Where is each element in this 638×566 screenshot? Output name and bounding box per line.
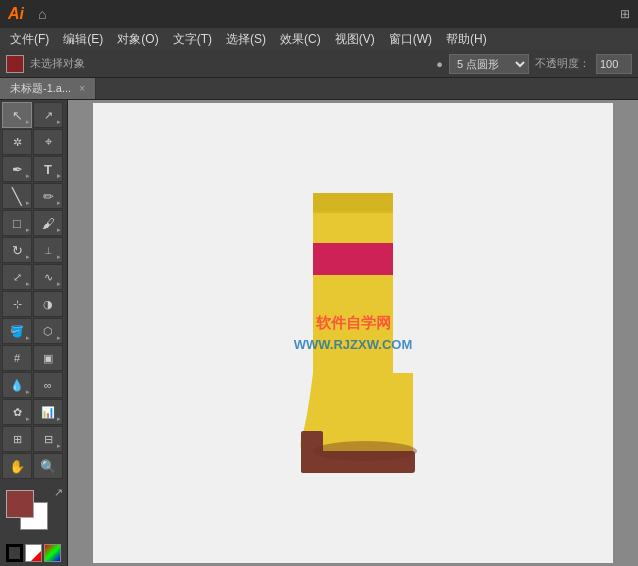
svg-rect-1 — [313, 193, 393, 211]
swap-colors-icon[interactable]: ↗ — [54, 486, 63, 499]
options-bar: 未选择对象 ● 5 点圆形 不透明度： — [0, 50, 638, 78]
free-transform-tool[interactable]: ⊹ — [2, 291, 32, 317]
menu-file[interactable]: 文件(F) — [4, 29, 55, 50]
menu-object[interactable]: 对象(O) — [111, 29, 164, 50]
line-tool[interactable]: ╲▸ — [2, 183, 32, 209]
menu-bar: 文件(F) 编辑(E) 对象(O) 文字(T) 选择(S) 效果(C) 视图(V… — [0, 28, 638, 50]
menu-effect[interactable]: 效果(C) — [274, 29, 327, 50]
eyedropper-tool[interactable]: 💧▸ — [2, 372, 32, 398]
layout-icon[interactable]: ⊞ — [620, 7, 630, 21]
zoom-tool[interactable]: 🔍 — [33, 453, 63, 479]
shape-builder-tool[interactable]: ◑ — [33, 291, 63, 317]
svg-point-5 — [313, 441, 417, 461]
canvas-area: 软件自学网 WWW.RJZXW.COM — [68, 100, 638, 566]
none-stroke-icon[interactable] — [6, 544, 23, 562]
color-icon[interactable] — [25, 544, 42, 562]
lasso-tool[interactable]: ⌖ — [33, 129, 63, 155]
pen-tool[interactable]: ✒▸ — [2, 156, 32, 182]
menu-select[interactable]: 选择(S) — [220, 29, 272, 50]
tab-close-button[interactable]: × — [79, 83, 85, 94]
opacity-label: 不透明度： — [535, 56, 590, 71]
toolbar: ↖▸ ↗▸ ✲ ⌖ ✒▸ T▸ ╲▸ ✏▸ □▸ 🖌▸ ↻▸ ⟂▸ ⤢▸ ∿▸ … — [0, 100, 68, 566]
ai-logo: Ai — [8, 5, 32, 23]
title-bar: Ai ⌂ ⊞ — [0, 0, 638, 28]
svg-rect-6 — [313, 211, 393, 213]
blend-tool[interactable]: ∞ — [33, 372, 63, 398]
foreground-color-swatch[interactable] — [6, 490, 34, 518]
column-graph-tool[interactable]: 📊▸ — [33, 399, 63, 425]
app-home-icon[interactable]: ⌂ — [38, 6, 46, 22]
fill-color-swatch[interactable] — [6, 55, 24, 73]
paintbrush-tool[interactable]: 🖌▸ — [33, 210, 63, 236]
stroke-icon: ● — [436, 58, 443, 70]
menu-help[interactable]: 帮助(H) — [440, 29, 493, 50]
perspective-tool[interactable]: ⬡▸ — [33, 318, 63, 344]
select-tool[interactable]: ↖▸ — [2, 102, 32, 128]
document-tab[interactable]: 未标题-1.a... × — [0, 78, 96, 99]
menu-window[interactable]: 窗口(W) — [383, 29, 438, 50]
menu-view[interactable]: 视图(V) — [329, 29, 381, 50]
opacity-input[interactable] — [596, 54, 632, 74]
mesh-tool[interactable]: # — [2, 345, 32, 371]
artboard-tool[interactable]: ⊞ — [2, 426, 32, 452]
slice-tool[interactable]: ⊟▸ — [33, 426, 63, 452]
gradient-icon[interactable] — [44, 544, 61, 562]
main-area: ↖▸ ↗▸ ✲ ⌖ ✒▸ T▸ ╲▸ ✏▸ □▸ 🖌▸ ↻▸ ⟂▸ ⤢▸ ∿▸ … — [0, 100, 638, 566]
rotate-tool[interactable]: ↻▸ — [2, 237, 32, 263]
menu-edit[interactable]: 编辑(E) — [57, 29, 109, 50]
rectangle-tool[interactable]: □▸ — [2, 210, 32, 236]
warp-tool[interactable]: ∿▸ — [33, 264, 63, 290]
type-tool[interactable]: T▸ — [33, 156, 63, 182]
scale-tool[interactable]: ⤢▸ — [2, 264, 32, 290]
magic-wand-tool[interactable]: ✲ — [2, 129, 32, 155]
boot-illustration — [253, 173, 453, 493]
canvas[interactable]: 软件自学网 WWW.RJZXW.COM — [93, 103, 613, 563]
direct-select-tool[interactable]: ↗▸ — [33, 102, 63, 128]
tab-bar: 未标题-1.a... × — [0, 78, 638, 100]
hand-tool[interactable]: ✋ — [2, 453, 32, 479]
reflect-tool[interactable]: ⟂▸ — [33, 237, 63, 263]
symbol-sprayer-tool[interactable]: ✿▸ — [2, 399, 32, 425]
tab-label: 未标题-1.a... — [10, 81, 71, 96]
pencil-tool[interactable]: ✏▸ — [33, 183, 63, 209]
menu-type[interactable]: 文字(T) — [167, 29, 218, 50]
object-status: 未选择对象 — [30, 56, 85, 71]
gradient-tool[interactable]: ▣ — [33, 345, 63, 371]
svg-rect-0 — [313, 193, 393, 373]
svg-rect-2 — [313, 243, 393, 275]
stroke-size-select[interactable]: 5 点圆形 — [449, 54, 529, 74]
live-paint-tool[interactable]: 🪣▸ — [2, 318, 32, 344]
